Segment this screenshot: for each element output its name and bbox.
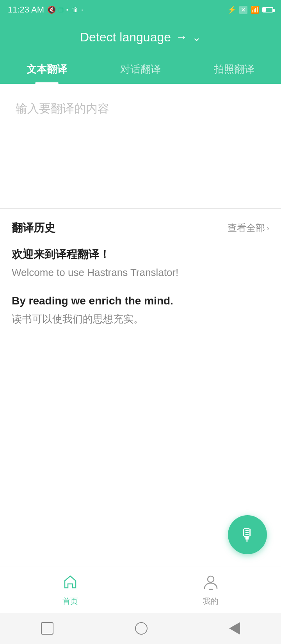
- view-all-button[interactable]: 查看全部 ›: [228, 222, 269, 234]
- text-input-area[interactable]: 输入要翻译的内容: [0, 84, 281, 209]
- battery-charging-icon: ▪: [66, 6, 69, 13]
- android-nav-bar: [0, 613, 281, 644]
- chevron-down-icon: ⌄: [192, 31, 201, 44]
- time-display: 11:23 AM: [8, 5, 44, 15]
- x-icon: ✕: [239, 6, 247, 14]
- wifi-icon: 📶: [251, 5, 259, 14]
- arrow-right-icon: →: [176, 30, 187, 44]
- history-item-source-1: By reading we enrich the mind.: [12, 293, 269, 309]
- triangle-icon: [229, 622, 240, 635]
- history-item[interactable]: 欢迎来到译程翻译！ Welcome to use Hastrans Transl…: [12, 246, 269, 280]
- language-selector[interactable]: Detect language → ⌄: [80, 30, 201, 44]
- mute-icon: 🔇: [47, 5, 56, 14]
- profile-icon: [202, 573, 219, 594]
- history-title: 翻译历史: [12, 221, 55, 235]
- history-item-translation-1: 读书可以使我们的思想充实。: [12, 311, 269, 327]
- status-bar: 11:23 AM 🔇 □ ▪ 🗑 · ⚡ ✕ 📶: [0, 0, 281, 20]
- voice-input-fab[interactable]: 🎙: [228, 515, 267, 554]
- tab-photo-translate[interactable]: 拍照翻译: [187, 55, 281, 84]
- history-item-source-0: 欢迎来到译程翻译！: [12, 246, 269, 263]
- home-icon: [62, 573, 79, 594]
- microphone-icon: 🎙: [239, 525, 256, 544]
- status-bar-right: ⚡ ✕ 📶: [228, 5, 273, 14]
- android-recent-button[interactable]: [41, 622, 53, 635]
- history-section: 翻译历史 查看全部 › 欢迎来到译程翻译！ Welcome to use Has…: [0, 209, 281, 327]
- delete-icon: 🗑: [72, 6, 78, 13]
- square-icon: [41, 622, 53, 635]
- nav-home-label: 首页: [62, 596, 78, 607]
- target-language-selector[interactable]: ⌄: [192, 31, 201, 44]
- header: Detect language → ⌄: [0, 20, 281, 55]
- input-placeholder: 输入要翻译的内容: [16, 102, 109, 115]
- chevron-right-icon: ›: [267, 224, 269, 233]
- status-bar-left: 11:23 AM 🔇 □ ▪ 🗑 ·: [8, 5, 84, 15]
- sim-icon: □: [59, 6, 63, 14]
- tab-conversation-translate[interactable]: 对话翻译: [94, 55, 187, 84]
- battery-icon: [262, 7, 273, 12]
- history-header: 翻译历史 查看全部 ›: [12, 221, 269, 235]
- history-item-translation-0: Welcome to use Hastrans Translator!: [12, 265, 269, 280]
- nav-home[interactable]: 首页: [0, 566, 140, 613]
- dot-indicator: ·: [81, 5, 84, 15]
- tabs-bar: 文本翻译 对话翻译 拍照翻译: [0, 55, 281, 84]
- history-item[interactable]: By reading we enrich the mind. 读书可以使我们的思…: [12, 293, 269, 327]
- nav-profile[interactable]: 我的: [140, 566, 281, 613]
- tab-text-translate[interactable]: 文本翻译: [0, 55, 94, 84]
- android-home-button[interactable]: [135, 622, 148, 635]
- svg-point-0: [208, 576, 214, 582]
- bottom-nav: 首页 我的: [0, 566, 281, 613]
- circle-icon: [135, 622, 148, 635]
- source-language-label[interactable]: Detect language: [80, 30, 171, 44]
- bluetooth-icon: ⚡: [228, 5, 236, 14]
- nav-profile-label: 我的: [203, 596, 219, 607]
- android-back-button[interactable]: [229, 622, 240, 635]
